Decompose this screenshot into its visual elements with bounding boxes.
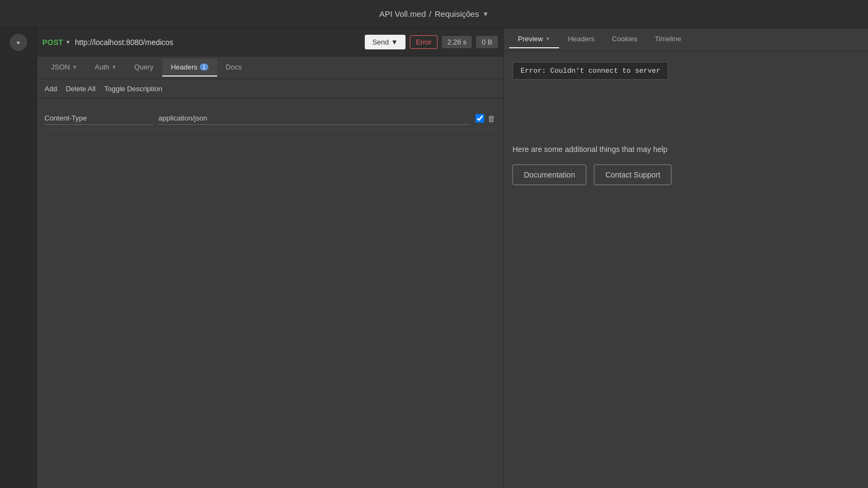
header-delete-icon[interactable]: 🗑 <box>487 114 496 123</box>
title-chevron-icon[interactable]: ▼ <box>482 10 489 18</box>
resp-tab-preview-label: Preview <box>518 35 543 43</box>
toggle-description-button[interactable]: Toggle Description <box>104 84 162 94</box>
header-actions: 🗑 <box>476 114 496 123</box>
response-body: Error: Couldn't connect to server Here a… <box>504 51 868 488</box>
title-separator: / <box>429 9 432 18</box>
headers-content: 🗑 <box>37 99 503 488</box>
main-content: ● POST ▼ Send ▼ Error 2.26 s 0 B JSON ▼ <box>0 28 868 488</box>
resp-tab-headers[interactable]: Headers <box>559 30 603 48</box>
header-value-input[interactable] <box>159 112 470 125</box>
response-panel: Preview ▼ Headers Cookies Timeline Error… <box>504 28 868 488</box>
tab-auth[interactable]: Auth ▼ <box>86 59 126 77</box>
tab-docs[interactable]: Docs <box>217 59 251 77</box>
sidebar-user-icon[interactable]: ● <box>10 34 27 51</box>
tab-headers-label: Headers <box>171 63 198 71</box>
app-name: API Voll.med <box>379 9 426 18</box>
app-subtitle: Requisições <box>435 9 479 18</box>
header-key-input[interactable] <box>45 112 153 125</box>
resp-tab-timeline-label: Timeline <box>655 35 681 43</box>
request-panel: POST ▼ Send ▼ Error 2.26 s 0 B JSON ▼ Au… <box>37 28 504 488</box>
tab-auth-label: Auth <box>95 63 110 71</box>
url-input[interactable] <box>75 38 360 47</box>
add-button[interactable]: Add <box>45 84 57 94</box>
tab-docs-label: Docs <box>226 63 242 71</box>
left-sidebar: ● <box>0 28 37 488</box>
request-tabs-row: JSON ▼ Auth ▼ Query Headers 1 Docs <box>37 56 503 79</box>
header-row: 🗑 <box>45 107 496 130</box>
send-button[interactable]: Send ▼ <box>365 35 406 49</box>
tab-auth-chevron-icon: ▼ <box>111 64 117 70</box>
toolbar-row: Add Delete All Toggle Description <box>37 79 503 99</box>
send-chevron-icon: ▼ <box>391 38 398 46</box>
header-enabled-checkbox[interactable] <box>476 114 484 123</box>
documentation-button[interactable]: Documentation <box>512 164 586 185</box>
method-label: POST <box>42 38 63 47</box>
tab-query-label: Query <box>134 63 153 71</box>
tab-headers-badge: 1 <box>200 64 208 71</box>
top-bar: API Voll.med / Requisições ▼ <box>0 0 868 28</box>
time-badge: 2.26 s <box>442 36 472 48</box>
delete-all-button[interactable]: Delete All <box>66 84 96 94</box>
resp-tab-cookies[interactable]: Cookies <box>603 30 646 48</box>
send-label: Send <box>372 38 389 46</box>
tab-json-chevron-icon: ▼ <box>72 64 78 70</box>
resp-tab-cookies-label: Cookies <box>612 35 637 43</box>
resp-tab-timeline[interactable]: Timeline <box>646 30 690 48</box>
url-bar: POST ▼ Send ▼ Error 2.26 s 0 B <box>37 28 503 56</box>
help-text: Here are some additional things that may… <box>512 145 859 154</box>
method-badge[interactable]: POST ▼ <box>42 38 71 47</box>
contact-support-button[interactable]: Contact Support <box>594 164 671 185</box>
error-message: Error: Couldn't connect to server <box>512 62 668 80</box>
resp-tab-preview-chevron-icon: ▼ <box>545 36 550 42</box>
tab-json[interactable]: JSON ▼ <box>42 59 86 77</box>
resp-tab-headers-label: Headers <box>568 35 594 43</box>
tab-headers[interactable]: Headers 1 <box>162 59 217 77</box>
resp-tab-preview[interactable]: Preview ▼ <box>509 30 559 48</box>
method-chevron-icon: ▼ <box>65 39 71 45</box>
status-error-badge: Error <box>410 35 438 49</box>
tab-query[interactable]: Query <box>125 59 162 77</box>
help-buttons: Documentation Contact Support <box>512 164 859 185</box>
tab-json-label: JSON <box>51 63 70 71</box>
app-title: API Voll.med / Requisições ▼ <box>379 9 489 18</box>
response-tabs-row: Preview ▼ Headers Cookies Timeline <box>504 28 868 51</box>
size-badge: 0 B <box>476 36 498 48</box>
